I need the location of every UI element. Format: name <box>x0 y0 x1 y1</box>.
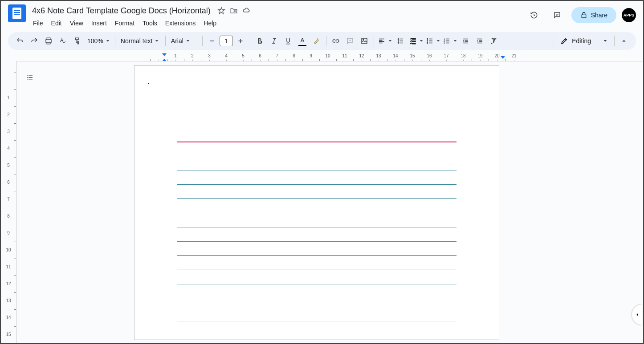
comments-icon[interactable] <box>548 6 566 24</box>
ruler-tick: 14 <box>1 309 16 326</box>
vertical-ruler[interactable]: 123456789101112131415 <box>1 61 16 344</box>
bold-button[interactable] <box>253 34 266 48</box>
menu-extensions[interactable]: Extensions <box>162 18 199 28</box>
highlight-button[interactable] <box>310 34 323 48</box>
redo-button[interactable] <box>28 34 41 48</box>
zoom-dropdown[interactable]: 100% <box>85 36 112 46</box>
ruler-tick: 17 <box>438 53 455 61</box>
ruler-tick: 11 <box>336 53 353 61</box>
paint-format-button[interactable] <box>70 34 84 48</box>
ruler-tick: 8 <box>285 53 302 61</box>
pencil-icon <box>560 37 568 45</box>
zoom-value: 100% <box>87 37 103 45</box>
ruler-tick: 5 <box>1 157 16 174</box>
ruler-tick: 16 <box>421 53 438 61</box>
menu-view[interactable]: View <box>66 18 87 28</box>
workspace: 123456789101112131415 <box>1 61 643 344</box>
chevron-down-icon <box>388 39 392 43</box>
print-button[interactable] <box>42 34 55 48</box>
underline-button[interactable] <box>281 34 295 48</box>
separator <box>202 36 203 46</box>
menu-tools[interactable]: Tools <box>139 18 161 28</box>
separator <box>326 36 326 46</box>
ruler-tick: 4 <box>1 140 16 157</box>
ruler-tick: 13 <box>1 292 16 309</box>
share-button[interactable]: Share <box>571 7 616 23</box>
bullet-list-dropdown[interactable] <box>425 35 441 47</box>
ruler-tick: 6 <box>1 174 16 191</box>
account-avatar[interactable]: APPS <box>622 8 636 22</box>
ruler-tick: 19 <box>472 53 489 61</box>
ruler-tick: 1 <box>167 53 184 61</box>
menu-file[interactable]: File <box>29 18 47 28</box>
ruler-tick: 10 <box>319 53 336 61</box>
checklist-dropdown[interactable] <box>408 35 424 47</box>
menu-format[interactable]: Format <box>111 18 138 28</box>
increase-font-button[interactable] <box>234 34 247 48</box>
horizontal-ruler[interactable]: 123456789101112131415161718192021 <box>16 53 643 61</box>
card-blue-line <box>177 241 457 242</box>
ruler-tick: 13 <box>370 53 387 61</box>
menu-bar: File Edit View Insert Format Tools Exten… <box>29 18 525 28</box>
app-header: 4x6 Note Card Template Google Docs (Hori… <box>1 1 643 28</box>
star-icon[interactable] <box>217 6 226 15</box>
history-icon[interactable] <box>525 6 543 24</box>
ruler-tick: 21 <box>505 53 522 61</box>
ruler-tick: 11 <box>1 259 16 275</box>
svg-point-1 <box>427 40 428 42</box>
editing-mode-dropdown[interactable]: Editing <box>556 34 611 48</box>
separator <box>374 36 374 46</box>
chevron-down-icon <box>420 39 423 43</box>
document-title[interactable]: 4x6 Note Card Template Google Docs (Hori… <box>29 5 213 16</box>
ruler-tick: 9 <box>1 225 16 242</box>
align-dropdown[interactable] <box>377 35 393 47</box>
ruler-tick: 12 <box>1 275 16 292</box>
card-top-red-line <box>177 142 457 142</box>
increase-indent-button[interactable] <box>473 34 486 48</box>
svg-point-0 <box>427 38 428 40</box>
paragraph-style-dropdown[interactable]: Normal text <box>118 36 163 46</box>
separator <box>553 36 553 46</box>
decrease-indent-button[interactable] <box>459 34 472 48</box>
line-spacing-button[interactable] <box>394 34 407 48</box>
outline-toggle-button[interactable] <box>22 69 38 85</box>
card-blue-line <box>177 255 457 256</box>
add-comment-button[interactable] <box>343 34 357 48</box>
ruler-tick: 15 <box>404 53 421 61</box>
ruler-tick: 15 <box>1 326 16 343</box>
insert-image-button[interactable] <box>358 34 371 48</box>
move-icon[interactable] <box>229 6 238 15</box>
separator <box>165 36 166 46</box>
italic-button[interactable] <box>267 34 281 48</box>
menu-insert[interactable]: Insert <box>88 18 110 28</box>
ruler-tick: 4 <box>218 53 235 61</box>
avatar-text: APPS <box>624 13 635 17</box>
ruler-tick: 14 <box>387 53 404 61</box>
font-dropdown[interactable]: Arial <box>168 36 200 46</box>
chevron-down-icon <box>436 39 440 43</box>
menu-edit[interactable]: Edit <box>48 18 65 28</box>
insert-link-button[interactable] <box>329 34 342 48</box>
clear-formatting-button[interactable] <box>487 34 501 48</box>
cloud-status-icon[interactable] <box>242 6 251 15</box>
ruler-tick <box>1 73 16 89</box>
card-blue-line <box>177 170 457 170</box>
collapse-toolbar-button[interactable] <box>617 34 631 48</box>
text-color-button[interactable] <box>296 34 309 48</box>
card-blue-line <box>177 156 457 156</box>
share-label: Share <box>591 12 607 19</box>
chevron-left-icon <box>634 312 640 318</box>
font-size-input[interactable] <box>220 36 233 46</box>
numbered-list-dropdown[interactable]: 123 <box>442 35 458 47</box>
decrease-font-button[interactable] <box>205 34 219 48</box>
document-canvas[interactable] <box>16 61 643 344</box>
docs-home-icon[interactable] <box>8 4 26 22</box>
menu-help[interactable]: Help <box>200 18 220 28</box>
card-blue-line <box>177 270 457 270</box>
ruler-tick: 2 <box>1 106 16 123</box>
toolbar-container: 100% Normal text Arial 123 <box>1 28 643 53</box>
undo-button[interactable] <box>13 34 27 48</box>
spellcheck-button[interactable] <box>56 34 69 48</box>
document-page[interactable] <box>135 66 499 340</box>
chevron-down-icon <box>155 39 159 43</box>
